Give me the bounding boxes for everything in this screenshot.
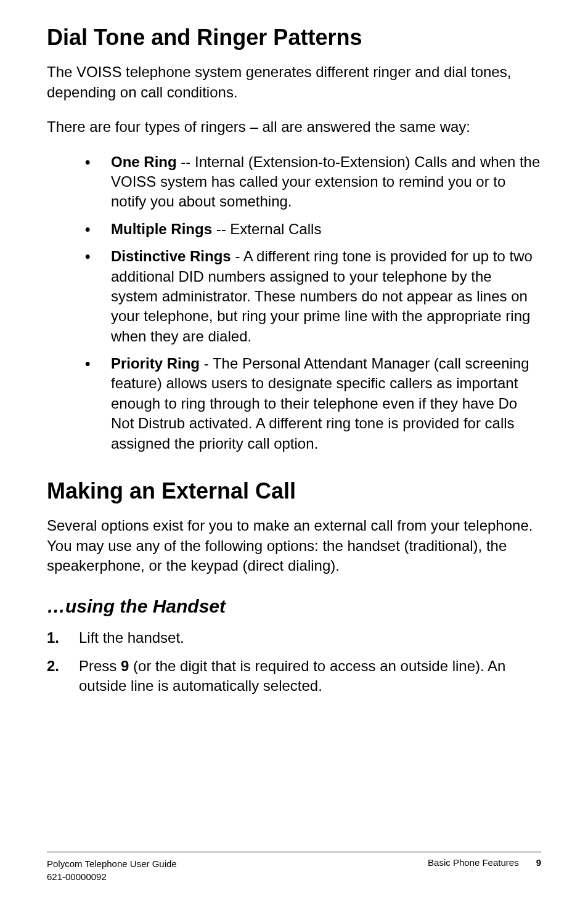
list-item: Distinctive Rings - A different ring ton… [85, 247, 541, 346]
ringer-types-list: One Ring -- Internal (Extension-to-Exten… [47, 152, 541, 454]
step-text: Press 9 (or the digit that is required t… [79, 656, 541, 696]
footer-guide-title: Polycom Telephone User Guide [47, 857, 177, 870]
page-footer: Polycom Telephone User Guide 621-0000009… [47, 852, 541, 883]
bullet-label: Priority Ring [111, 355, 200, 372]
list-item: Priority Ring - The Personal Attendant M… [85, 354, 541, 454]
footer-section-label: Basic Phone Features [428, 857, 519, 868]
list-item: Multiple Rings -- External Calls [85, 219, 541, 239]
bullet-label: Distinctive Rings [111, 248, 231, 264]
footer-divider [47, 852, 541, 852]
intro-paragraph-2: Several options exist for you to make an… [47, 516, 541, 576]
bullet-label: Multiple Rings [111, 221, 212, 237]
footer-doc-number: 621-00000092 [47, 870, 177, 883]
section-title-dial-tone: Dial Tone and Ringer Patterns [47, 25, 541, 50]
bullet-desc: -- External Calls [212, 221, 321, 237]
types-intro-paragraph: There are four types of ringers – all ar… [47, 117, 541, 137]
list-item: One Ring -- Internal (Extension-to-Exten… [85, 152, 541, 212]
step-text: Lift the handset. [79, 628, 541, 648]
footer-page-number: 9 [536, 857, 541, 868]
intro-paragraph-1: The VOISS telephone system generates dif… [47, 62, 541, 102]
list-item: 2. Press 9 (or the digit that is require… [47, 656, 541, 696]
footer-left: Polycom Telephone User Guide 621-0000009… [47, 857, 177, 883]
subheading-handset: …using the Handset [47, 596, 541, 617]
list-item: 1. Lift the handset. [47, 628, 541, 648]
section-title-external-call: Making an External Call [47, 478, 541, 503]
step-number: 2. [47, 656, 79, 696]
bullet-label: One Ring [111, 153, 177, 170]
footer-right: Basic Phone Features 9 [428, 857, 541, 883]
handset-steps-list: 1. Lift the handset. 2. Press 9 (or the … [47, 628, 541, 696]
footer-row: Polycom Telephone User Guide 621-0000009… [47, 857, 541, 883]
step-number: 1. [47, 628, 79, 648]
